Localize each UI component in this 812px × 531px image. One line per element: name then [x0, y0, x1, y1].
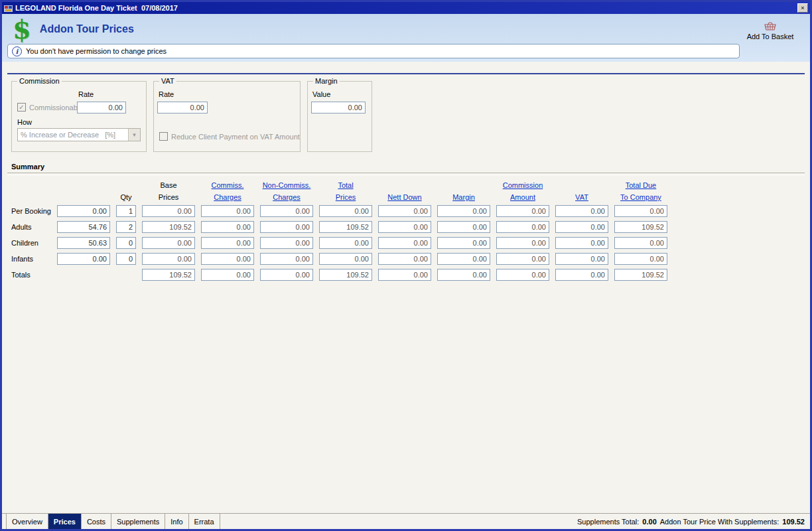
adults-qty-input[interactable] [116, 221, 136, 233]
how-select[interactable]: % Increase or Decrease [%] ▼ [17, 128, 141, 141]
tab-overview[interactable]: Overview [7, 514, 48, 529]
window-title: LEGOLAND Florida One Day Ticket 07/08/20… [15, 4, 795, 12]
row-label-infants: Infants [11, 255, 51, 263]
basket-icon [762, 21, 778, 31]
children-nett-down-input[interactable] [378, 237, 431, 249]
row-label-per-booking: Per Booking [11, 207, 51, 215]
perbooking-total-due-input[interactable] [614, 205, 667, 217]
add-to-basket-label: Add To Basket [747, 33, 794, 40]
infants-nett-down-input[interactable] [378, 253, 431, 265]
perbooking-commiss-charges-input[interactable] [201, 205, 254, 217]
adults-commission-amount-input[interactable] [496, 221, 549, 233]
children-qty-input[interactable] [116, 237, 136, 249]
children-margin-input[interactable] [437, 237, 490, 249]
commiss-charges-link[interactable]: Commiss. [212, 181, 244, 189]
total-prices-link[interactable]: Total [338, 181, 353, 189]
add-to-basket-button[interactable]: Add To Basket [740, 21, 801, 40]
adults-total-prices-input[interactable] [319, 221, 372, 233]
infants-commission-amount-input[interactable] [496, 253, 549, 265]
col-header-base-prices: Prices [142, 193, 195, 201]
totals-commiss-charges-input[interactable] [201, 269, 254, 281]
perbooking-margin-input[interactable] [437, 205, 490, 217]
total-prices-link2[interactable]: Prices [336, 193, 356, 201]
summary-divider [7, 173, 805, 175]
commission-rate-input[interactable] [77, 102, 126, 114]
infants-total-prices-input[interactable] [319, 253, 372, 265]
perbooking-vat-input[interactable] [555, 205, 608, 217]
tab-costs[interactable]: Costs [82, 514, 111, 529]
adults-price-input[interactable] [57, 221, 110, 233]
adults-margin-input[interactable] [437, 221, 490, 233]
adults-base-prices-input[interactable] [142, 221, 195, 233]
tab-info[interactable]: Info [165, 514, 188, 529]
reduce-client-payment-checkbox[interactable] [159, 132, 168, 141]
adults-nett-down-input[interactable] [378, 221, 431, 233]
perbooking-total-prices-input[interactable] [319, 205, 372, 217]
perbooking-noncommiss-charges-input[interactable] [260, 205, 313, 217]
permission-message-box: i You don't have permission to change pr… [7, 44, 740, 58]
tab-prices[interactable]: Prices [48, 514, 82, 529]
section-divider [7, 73, 805, 74]
commissionable-checkbox[interactable]: ✓ [17, 103, 26, 112]
row-label-totals: Totals [11, 271, 51, 279]
children-total-prices-input[interactable] [319, 237, 372, 249]
page-header: $ Addon Tour Prices Add To Basket i You … [2, 14, 810, 62]
close-button[interactable]: × [797, 3, 808, 13]
perbooking-nett-down-input[interactable] [378, 205, 431, 217]
children-base-prices-input[interactable] [142, 237, 195, 249]
adults-total-due-input[interactable] [614, 221, 667, 233]
adults-commiss-charges-input[interactable] [201, 221, 254, 233]
children-price-input[interactable] [57, 237, 110, 249]
infants-base-prices-input[interactable] [142, 253, 195, 265]
nett-down-link[interactable]: Nett Down [387, 193, 421, 201]
children-commission-amount-input[interactable] [496, 237, 549, 249]
commission-amount-link2[interactable]: Amount [510, 193, 535, 201]
totals-margin-input[interactable] [437, 269, 490, 281]
vat-link[interactable]: VAT [575, 193, 588, 201]
totals-total-prices-input[interactable] [319, 269, 372, 281]
children-commiss-charges-input[interactable] [201, 237, 254, 249]
infants-vat-input[interactable] [555, 253, 608, 265]
perbooking-commission-amount-input[interactable] [496, 205, 549, 217]
children-noncommiss-charges-input[interactable] [260, 237, 313, 249]
total-due-link[interactable]: Total Due [626, 181, 656, 189]
infants-total-due-input[interactable] [614, 253, 667, 265]
adults-noncommiss-charges-input[interactable] [260, 221, 313, 233]
vat-rate-input[interactable] [157, 102, 208, 114]
perbooking-price-input[interactable] [57, 205, 110, 217]
infants-noncommiss-charges-input[interactable] [260, 253, 313, 265]
dialog-window: LEGOLAND Florida One Day Ticket 07/08/20… [0, 0, 812, 531]
adults-vat-input[interactable] [555, 221, 608, 233]
non-commiss-charges-link[interactable]: Non-Commiss. [263, 181, 311, 189]
row-label-adults: Adults [11, 223, 51, 231]
infants-qty-input[interactable] [116, 253, 136, 265]
commission-groupbox: Commission Rate ✓ Commissionable How % I… [11, 81, 147, 152]
margin-link[interactable]: Margin [452, 193, 475, 201]
total-due-link2[interactable]: To Company [620, 193, 661, 201]
content-area: Commission Rate ✓ Commissionable How % I… [2, 62, 810, 513]
totals-noncommiss-charges-input[interactable] [260, 269, 313, 281]
infants-commiss-charges-input[interactable] [201, 253, 254, 265]
perbooking-base-prices-input[interactable] [142, 205, 195, 217]
bottom-bar: Overview Prices Costs Supplements Info E… [2, 513, 810, 529]
totals-nett-down-input[interactable] [378, 269, 431, 281]
totals-total-due-input[interactable] [614, 269, 667, 281]
status-bar: Supplements Total: 0.00 Addon Tour Price… [577, 514, 810, 529]
children-total-due-input[interactable] [614, 237, 667, 249]
commission-groupbox-title: Commission [17, 77, 62, 85]
totals-commission-amount-input[interactable] [496, 269, 549, 281]
infants-price-input[interactable] [57, 253, 110, 265]
infants-margin-input[interactable] [437, 253, 490, 265]
tab-supplements[interactable]: Supplements [111, 514, 165, 529]
children-vat-input[interactable] [555, 237, 608, 249]
margin-value-input[interactable] [311, 102, 366, 114]
commiss-charges-link2[interactable]: Charges [214, 193, 241, 201]
totals-base-prices-input[interactable] [142, 269, 195, 281]
totals-vat-input[interactable] [555, 269, 608, 281]
commission-amount-link[interactable]: Commission [503, 181, 543, 189]
tab-bar: Overview Prices Costs Supplements Info E… [6, 514, 220, 529]
perbooking-qty-input[interactable] [116, 205, 136, 217]
non-commiss-charges-link2[interactable]: Charges [273, 193, 301, 201]
dropdown-arrow-icon[interactable]: ▼ [128, 129, 140, 141]
tab-errata[interactable]: Errata [189, 514, 220, 529]
